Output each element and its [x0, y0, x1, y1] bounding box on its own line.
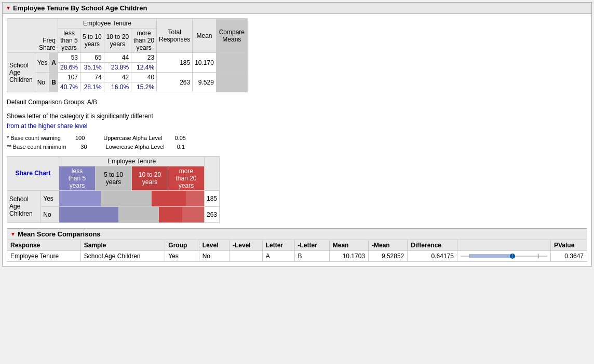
no-total: 263 — [157, 73, 193, 92]
sig-text-blue: from at the higher share level — [7, 122, 87, 130]
content-area: Freq Share Employee Tenure TotalResponse… — [3, 14, 591, 266]
section-header: ▼ Employee Tenure By School Age Children — [3, 3, 591, 14]
chart-row-yes: SchoolAgeChildren Yes 185 — [7, 190, 220, 206]
yes-count-less5: 53 — [58, 53, 80, 63]
no-count-5to10: 74 — [80, 73, 104, 82]
share-chart-table: Share Chart Employee Tenure lessthan 5ye… — [7, 156, 220, 223]
sig-text: Shows letter of the category it is signi… — [7, 113, 153, 120]
no-count-more20: 40 — [131, 73, 157, 82]
mean-difference: 0.64175 — [408, 250, 457, 261]
yes-share-less5: 28.6% — [58, 63, 80, 73]
comparison-groups: Default Comparison Groups: A/B — [7, 97, 587, 107]
lowercase-val: 0.1 — [177, 143, 185, 152]
table-row: SchoolAgeChildren Yes A 53 65 44 23 185 … — [7, 53, 248, 63]
chart-col-less5: lessthan 5years — [59, 166, 96, 190]
mean-section: ▼ Mean Score Comparisons Response Sample… — [7, 228, 587, 262]
col-mean: Mean — [329, 240, 368, 250]
col-response: Response — [7, 240, 81, 250]
mean-sample: School Age Children — [80, 250, 165, 261]
base-warning-label: * Base count warning — [7, 134, 61, 143]
meta-lines: * Base count warning 100 Uppercase Alpha… — [7, 134, 587, 143]
mean-value: 10.1703 — [329, 250, 368, 261]
mean-pvalue: 0.3647 — [551, 250, 587, 261]
slider-tick-right — [538, 254, 539, 258]
mean-collapse-icon[interactable]: ▼ — [10, 231, 16, 237]
col-sample: Sample — [80, 240, 165, 250]
yes-count-more20: 23 — [131, 53, 157, 63]
yes-total: 185 — [157, 53, 193, 73]
notes-section: Default Comparison Groups: A/B Shows let… — [7, 97, 587, 152]
no-mean: 9.529 — [193, 73, 217, 92]
row-group-label-1: SchoolAgeChildren — [7, 53, 35, 92]
slider-tick-center — [512, 254, 513, 258]
col-10-20: 10 to 20years — [104, 29, 131, 53]
bar-less5-no — [59, 207, 118, 222]
col-level: Level — [199, 240, 229, 250]
row-label-no: No — [35, 73, 50, 92]
mean-response: Employee Tenure — [7, 250, 81, 261]
uppercase-label: Uppercase Alpha Level — [103, 134, 162, 143]
mean-section-header: ▼ Mean Score Comparisons — [7, 228, 587, 240]
yes-mean: 10.170 — [193, 53, 217, 73]
freq-label: Freq — [9, 37, 56, 44]
sig-note-line1: Shows letter of the category it is signi… — [7, 111, 587, 121]
share-label: Share — [9, 44, 56, 51]
yes-share-more20: 12.4% — [131, 63, 157, 73]
data-table: Freq Share Employee Tenure TotalResponse… — [7, 18, 248, 92]
col-pvalue: PValue — [551, 240, 587, 250]
yes-share-5to10: 35.1% — [80, 63, 104, 73]
page-title: Employee Tenure By School Age Children — [13, 4, 147, 12]
lowercase-label: Lowercase Alpha Level — [106, 143, 165, 152]
table-row-no: No B 107 74 42 40 263 9.529 — [7, 73, 248, 82]
mean-table-row: Employee Tenure School Age Children Yes … — [7, 250, 587, 261]
col-group: Group — [165, 240, 199, 250]
bar-less5-yes — [59, 191, 101, 206]
compare-means-header: CompareMeans — [216, 19, 247, 53]
base-minimum-label: ** Base count minimum — [7, 143, 66, 152]
mean-minus-level — [230, 250, 263, 261]
bar-10to20-no — [159, 207, 182, 222]
main-container: ▼ Employee Tenure By School Age Children… — [2, 2, 592, 267]
chart-col-more20: morethan 20years — [168, 166, 205, 190]
bar-more20-no — [182, 207, 204, 222]
chart-bar-yes — [59, 191, 204, 206]
col-more-20: morethan 20years — [131, 29, 157, 53]
meta-lines-2: ** Base count minimum 30 Lowercase Alpha… — [7, 143, 587, 152]
col-difference: Difference — [408, 240, 457, 250]
no-count-less5: 107 — [58, 73, 80, 82]
yes-compare — [216, 53, 247, 73]
col-less-5: lessthan 5years — [58, 29, 80, 53]
no-compare — [216, 73, 247, 92]
mean-table: Response Sample Group Level -Level Lette… — [7, 240, 587, 262]
col-letter: Letter — [262, 240, 294, 250]
collapse-icon[interactable]: ▼ — [6, 5, 11, 11]
employee-tenure-header: Employee Tenure — [58, 19, 156, 29]
row-label-yes: Yes — [35, 53, 50, 73]
chart-no-count: 263 — [205, 206, 220, 222]
chart-yes-count: 185 — [205, 190, 220, 206]
mean-header: Mean — [193, 19, 217, 53]
bar-10to20-yes — [152, 191, 186, 206]
mean-level: No — [199, 250, 229, 261]
chart-yes-label: Yes — [41, 190, 59, 206]
letter-a: A — [50, 53, 58, 73]
chart-no-label: No — [41, 206, 59, 222]
yes-share-10to20: 23.8% — [104, 63, 131, 73]
total-responses-header: TotalResponses — [157, 19, 193, 53]
col-minus-level: -Level — [230, 240, 263, 250]
no-share-less5: 40.7% — [58, 82, 80, 92]
uppercase-val: 0.05 — [174, 134, 185, 143]
letter-b: B — [50, 73, 58, 92]
base-minimum-num: 30 — [80, 143, 87, 152]
no-share-5to10: 28.1% — [80, 82, 104, 92]
conf-interval — [469, 254, 513, 258]
mean-letter: A — [262, 250, 294, 261]
col-slider — [457, 240, 551, 250]
col-minus-mean: -Mean — [369, 240, 408, 250]
slider-track — [461, 253, 547, 260]
chart-col-10to20: 10 to 20years — [132, 166, 168, 190]
bar-5to10-yes — [101, 191, 152, 206]
sig-note-line2: from at the higher share level — [7, 121, 587, 131]
mean-slider-cell — [457, 250, 551, 261]
chart-group-label: SchoolAgeChildren — [7, 190, 41, 222]
